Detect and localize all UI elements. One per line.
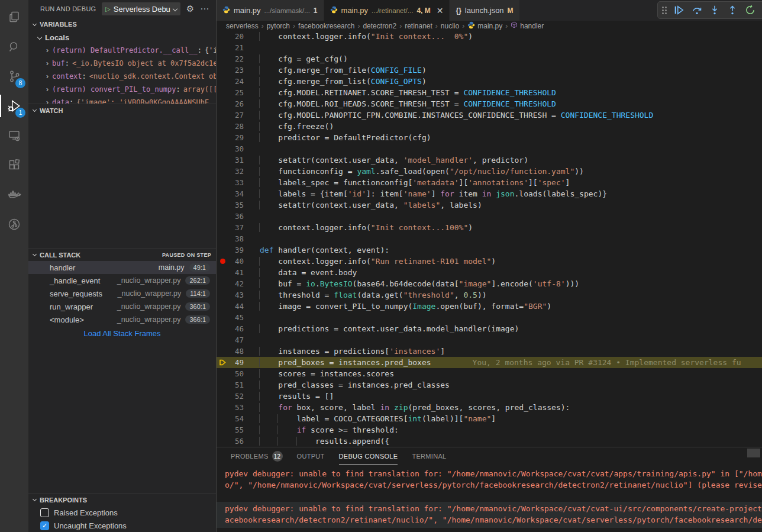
code-line-36[interactable]: 36	[217, 211, 762, 222]
locals-scope[interactable]: Locals	[28, 31, 216, 44]
code-line-21[interactable]: 21	[217, 42, 762, 53]
load-all-stack-frames-link[interactable]: Load All Stack Frames	[28, 326, 216, 340]
line-number[interactable]: 47	[228, 336, 244, 344]
code-line-35[interactable]: 35 setattr(context.user_data, "labels", …	[217, 199, 762, 211]
code-line-37[interactable]: 37 context.logger.info("Init context...1…	[217, 222, 762, 233]
continue-button[interactable]	[674, 5, 684, 15]
line-number[interactable]: 37	[228, 223, 244, 232]
code-line-43[interactable]: 43 threshold = float(data.get("threshold…	[217, 289, 762, 301]
code-line-39[interactable]: 39def handler(context, event):	[217, 244, 762, 256]
code-editor[interactable]: 20 context.logger.info("Init context... …	[217, 31, 762, 447]
code-line-30[interactable]: 30	[217, 143, 762, 154]
git-graph-icon[interactable]	[0, 209, 28, 239]
line-number[interactable]: 56	[228, 437, 244, 446]
callstack-frame-handleevent[interactable]: _handle_event_nuclio_wrapper.py262:1	[28, 274, 216, 287]
line-number[interactable]: 24	[228, 77, 244, 86]
line-number[interactable]: 49	[228, 358, 244, 367]
docker-icon[interactable]	[0, 180, 28, 209]
breadcrumb-item-main.py[interactable]: main.py	[467, 21, 502, 31]
code-line-56[interactable]: 56 results.append({	[217, 436, 762, 447]
code-line-20[interactable]: 20 context.logger.info("Init context... …	[217, 31, 762, 42]
checkbox-checked-icon[interactable]: ✓	[40, 521, 49, 530]
step-into-button[interactable]	[709, 5, 720, 15]
remote-explorer-icon[interactable]	[0, 121, 28, 150]
code-line-34[interactable]: 34 labels = {item['id']: item['name'] fo…	[217, 188, 762, 199]
run-and-debug-icon[interactable]: 1	[0, 91, 28, 121]
code-line-50[interactable]: 50 scores = instances.scores	[217, 368, 762, 379]
editor-tab-launch.json[interactable]: {}launch.jsonM	[450, 0, 519, 21]
step-out-button[interactable]	[727, 5, 738, 15]
line-number[interactable]: 36	[228, 212, 244, 221]
code-line-42[interactable]: 42 buf = io.BytesIO(base64.b64decode(dat…	[217, 278, 762, 289]
line-number[interactable]: 53	[228, 403, 244, 412]
code-line-38[interactable]: 38	[217, 233, 762, 244]
breakpoint-icon[interactable]	[217, 259, 228, 264]
toolbar-drag-handle[interactable]	[662, 7, 667, 14]
checkbox-unchecked-icon[interactable]	[40, 508, 49, 517]
code-line-47[interactable]: 47	[217, 334, 762, 346]
gear-icon[interactable]: ⚙	[186, 4, 194, 14]
line-number[interactable]: 30	[228, 144, 244, 153]
call-stack-section-header[interactable]: CALL STACK PAUSED ON STEP	[28, 248, 216, 261]
start-debug-icon[interactable]: ▷	[105, 5, 110, 13]
line-number[interactable]: 32	[228, 167, 244, 176]
panel-tab-problems[interactable]: PROBLEMS12	[231, 447, 283, 465]
variable-row[interactable]: ›(return) convert_PIL_to_numpy:array([[[…	[28, 83, 216, 96]
callstack-frame-module[interactable]: <module>_nuclio_wrapper.py366:1	[28, 313, 216, 326]
line-number[interactable]: 26	[228, 99, 244, 108]
line-number[interactable]: 39	[228, 246, 244, 254]
code-line-23[interactable]: 23 cfg.merge_from_file(CONFIG_FILE)	[217, 65, 762, 76]
panel-tab-output[interactable]: OUTPUT	[297, 447, 325, 465]
breakpoint-item[interactable]: Raised Exceptions	[28, 506, 216, 519]
more-actions-icon[interactable]: ⋯	[200, 4, 209, 14]
code-line-33[interactable]: 33 labels_spec = functionconfig['metadat…	[217, 177, 762, 188]
line-number[interactable]: 35	[228, 201, 244, 209]
source-control-icon[interactable]: 8	[0, 62, 28, 91]
code-line-49[interactable]: 49 pred_boxes = instances.pred_boxesYou,…	[217, 357, 762, 368]
variables-section-header[interactable]: VARIABLES	[28, 18, 216, 31]
line-number[interactable]: 46	[228, 324, 244, 333]
breakpoints-section-header[interactable]: BREAKPOINTS	[28, 493, 216, 506]
code-line-46[interactable]: 46 predictions = context.user_data.model…	[217, 323, 762, 334]
breadcrumb-item-retinanet[interactable]: retinanet	[405, 22, 432, 30]
breadcrumb-item-serverless[interactable]: serverless	[226, 22, 259, 30]
line-number[interactable]: 29	[228, 133, 244, 142]
callstack-frame-handler[interactable]: handlermain.py49:1	[28, 261, 216, 274]
line-number[interactable]: 48	[228, 347, 244, 356]
code-line-53[interactable]: 53 for box, score, label in zip(pred_box…	[217, 402, 762, 413]
code-line-51[interactable]: 51 pred_classes = instances.pred_classes	[217, 379, 762, 391]
line-number[interactable]: 52	[228, 392, 244, 401]
search-icon[interactable]	[0, 32, 28, 62]
code-line-54[interactable]: 54 label = COCO_CATEGORIES[int(label)]["…	[217, 413, 762, 424]
variable-row[interactable]: ›(return) DefaultPredictor.__call__:{'in…	[28, 44, 216, 57]
line-number[interactable]: 25	[228, 88, 244, 97]
line-number[interactable]: 27	[228, 111, 244, 120]
callstack-frame-runwrapper[interactable]: run_wrapper_nuclio_wrapper.py360:1	[28, 300, 216, 313]
line-number[interactable]: 34	[228, 189, 244, 198]
line-number[interactable]: 54	[228, 414, 244, 423]
code-line-55[interactable]: 55 if score >= threshold:	[217, 424, 762, 436]
code-line-27[interactable]: 27 cfg.MODEL.PANOPTIC_FPN.COMBINE.INSTAN…	[217, 109, 762, 121]
line-number[interactable]: 42	[228, 279, 244, 288]
panel-tab-terminal[interactable]: TERMINAL	[412, 447, 446, 465]
variable-row[interactable]: ›context:<nuclio_sdk.context.Context obj…	[28, 70, 216, 83]
step-over-button[interactable]	[692, 5, 702, 15]
extensions-icon[interactable]	[0, 150, 28, 180]
panel-scrollbar[interactable]	[747, 449, 760, 457]
line-number[interactable]: 40	[228, 257, 244, 266]
breakpoint-item[interactable]: ✓Uncaught Exceptions	[28, 519, 216, 532]
code-line-52[interactable]: 52 results = []	[217, 391, 762, 402]
code-line-26[interactable]: 26 cfg.MODEL.ROI_HEADS.SCORE_THRESH_TEST…	[217, 98, 762, 109]
line-number[interactable]: 22	[228, 54, 244, 63]
code-line-32[interactable]: 32 functionconfig = yaml.safe_load(open(…	[217, 166, 762, 177]
breadcrumb-item-pytorch[interactable]: pytorch	[267, 22, 290, 30]
line-number[interactable]: 33	[228, 178, 244, 187]
line-number[interactable]: 43	[228, 291, 244, 299]
variable-row[interactable]: ›buf:<_io.BytesIO object at 0x7f5a2dc1ec…	[28, 57, 216, 70]
line-number[interactable]: 45	[228, 313, 244, 322]
code-line-45[interactable]: 45	[217, 312, 762, 323]
code-line-40[interactable]: 40 context.logger.info("Run retinanet-R1…	[217, 256, 762, 267]
line-number[interactable]: 55	[228, 425, 244, 434]
breadcrumb-item-handler[interactable]: handler	[511, 21, 544, 30]
line-number[interactable]: 23	[228, 66, 244, 75]
